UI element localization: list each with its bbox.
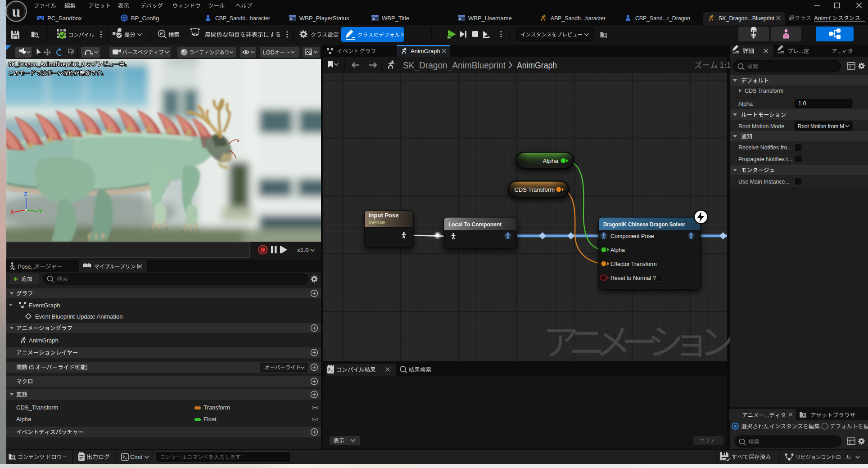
svg-text:CBP_Sand...r_Dragon: CBP_Sand...r_Dragon xyxy=(635,15,690,22)
svg-text:Cmd: Cmd xyxy=(130,454,142,460)
svg-text:CDS_Transform: CDS_Transform xyxy=(16,404,58,411)
svg-text:Root Motion Mode: Root Motion Mode xyxy=(738,123,784,130)
svg-text:Alpha: Alpha xyxy=(738,101,753,107)
svg-text:Alpha: Alpha xyxy=(542,158,558,164)
svg-text:BP_Config: BP_Config xyxy=(131,15,159,22)
svg-text:WBP_Title: WBP_Title xyxy=(382,15,409,22)
svg-text:Propagate Notifies t...: Propagate Notifies t... xyxy=(738,156,792,162)
svg-text:Reset to Normal ?: Reset to Normal ? xyxy=(610,275,656,281)
svg-text:Anim: Anim xyxy=(814,15,827,22)
svg-text:1.0: 1.0 xyxy=(798,100,806,107)
svg-text:Transform: Transform xyxy=(203,404,230,411)
svg-text:EventGraph: EventGraph xyxy=(29,302,60,309)
svg-text:X: X xyxy=(10,209,14,215)
svg-text:InPose: InPose xyxy=(369,220,385,225)
svg-text:Y: Y xyxy=(39,208,42,215)
svg-text:CDS Transform: CDS Transform xyxy=(745,88,783,94)
svg-text:u: u xyxy=(12,3,21,20)
svg-text:Local To Component: Local To Component xyxy=(448,221,502,228)
svg-text:PC_Sandbox: PC_Sandbox xyxy=(47,15,82,22)
svg-text:CBP_Sandb...haracter: CBP_Sandb...haracter xyxy=(215,15,271,22)
svg-text:Pose: Pose xyxy=(18,263,31,270)
svg-text:x1.0: x1.0 xyxy=(297,247,309,253)
svg-text:Float: Float xyxy=(203,416,217,423)
svg-text:Root Motion from M: Root Motion from M xyxy=(798,123,844,130)
svg-text:Z: Z xyxy=(24,191,27,198)
svg-text:...: ... xyxy=(31,263,36,270)
svg-text:LOD: LOD xyxy=(263,50,275,56)
svg-text:SK_Dragon_AnimBlueprint: SK_Dragon_AnimBlueprint xyxy=(403,60,506,71)
svg-text:Alpha: Alpha xyxy=(610,247,625,253)
svg-text:Receive Notifies fro...: Receive Notifies fro... xyxy=(738,144,792,151)
svg-text:SK_Dragon...Blueprint: SK_Dragon...Blueprint xyxy=(719,15,774,22)
svg-text:WBP_Username: WBP_Username xyxy=(468,15,512,22)
svg-text:Alpha: Alpha xyxy=(16,416,32,423)
svg-text:Input Pose: Input Pose xyxy=(369,212,398,219)
svg-text:AnimGraph: AnimGraph xyxy=(29,337,59,344)
svg-text:AnimGraph: AnimGraph xyxy=(517,60,557,70)
svg-text:Use Main Instance...: Use Main Instance... xyxy=(738,179,790,185)
svg-text:Effector Transform: Effector Transform xyxy=(610,261,657,267)
svg-text:AnimGraph: AnimGraph xyxy=(411,48,440,54)
svg-text:Event Blueprint Update Animati: Event Blueprint Update Animation xyxy=(35,313,122,320)
svg-text:WBP_PlayerStatus: WBP_PlayerStatus xyxy=(299,15,349,22)
svg-text:ABP_Sandb...haracter: ABP_Sandb...haracter xyxy=(551,15,606,22)
svg-text:Component Pose: Component Pose xyxy=(610,233,654,239)
svg-text:CDS Transform: CDS Transform xyxy=(514,186,555,193)
svg-text:DragonIK Chinese Dragon Solver: DragonIK Chinese Dragon Solver xyxy=(603,221,685,228)
